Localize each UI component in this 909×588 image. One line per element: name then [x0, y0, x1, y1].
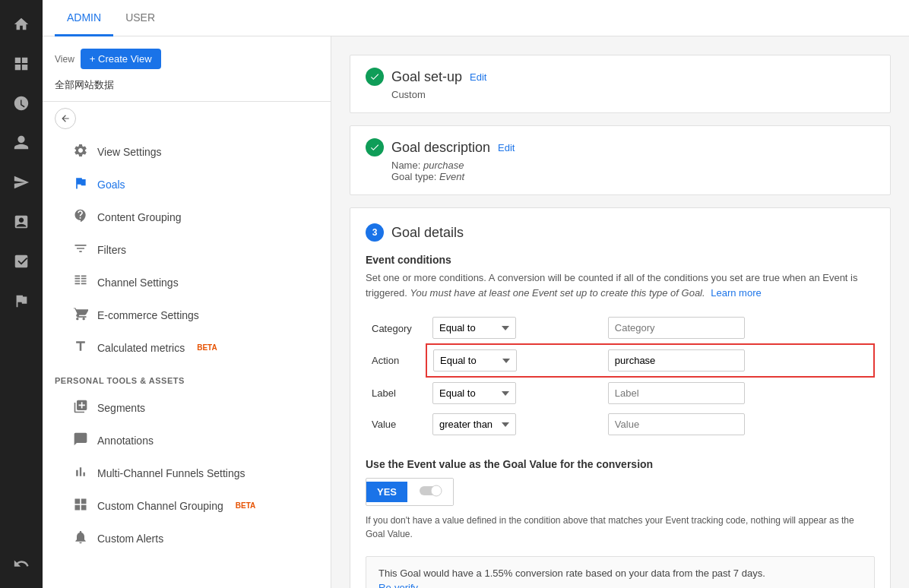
- name-label: Name:: [391, 160, 420, 171]
- nav-item-custom-alerts-label: Custom Alerts: [97, 533, 163, 545]
- nav-item-channel-settings[interactable]: Channel Settings: [43, 266, 331, 299]
- category-operator-cell: Equal to: [426, 312, 602, 344]
- action-operator-cell: Equal to: [426, 344, 602, 377]
- reports-icon[interactable]: [3, 85, 40, 122]
- tab-admin[interactable]: ADMIN: [55, 0, 113, 36]
- icon-sidebar: [0, 0, 43, 588]
- label-operator-cell: Equal to: [426, 377, 602, 409]
- goal-details-section: 3 Goal details Event conditions Set one …: [350, 207, 891, 588]
- nav-item-ecommerce-label: E-commerce Settings: [97, 309, 199, 321]
- goal-description-name: Name: purchase: [391, 160, 875, 171]
- label-operator-select[interactable]: Equal to: [432, 382, 516, 404]
- calculated-metrics-icon: [73, 339, 88, 356]
- ecommerce-icon: [73, 306, 88, 324]
- category-value-input[interactable]: [608, 317, 745, 339]
- flag-nav-icon[interactable]: [3, 283, 40, 319]
- nav-item-custom-alerts[interactable]: Custom Alerts: [43, 522, 331, 555]
- goal-description-check-icon: [366, 138, 384, 156]
- goal-details-number: 3: [366, 223, 384, 242]
- custom-alerts-icon: [73, 530, 88, 547]
- nav-item-filters[interactable]: Filters: [43, 233, 331, 266]
- nav-item-content-grouping[interactable]: Content Grouping: [43, 201, 331, 233]
- channel-settings-icon: [73, 273, 88, 291]
- tab-user[interactable]: USER: [113, 0, 167, 36]
- event-conditions-desc: Set one or more conditions. A conversion…: [366, 270, 875, 300]
- category-value-cell: [602, 312, 874, 344]
- goal-description-body: Name: purchase Goal type: Event: [366, 160, 875, 182]
- side-nav: View + Create View 全部网站数据 View Settings: [43, 36, 331, 588]
- action-value-cell: [602, 344, 874, 377]
- type-label: Goal type:: [391, 171, 436, 182]
- toggle-no[interactable]: [407, 479, 453, 505]
- nav-item-multi-channel-label: Multi-Channel Funnels Settings: [97, 467, 245, 479]
- nav-item-multi-channel[interactable]: Multi-Channel Funnels Settings: [43, 457, 331, 489]
- site-name: 全部网站数据: [43, 78, 331, 102]
- category-label: Category: [366, 312, 426, 344]
- event-value-section: Use the Event value as the Goal Value fo…: [366, 458, 875, 541]
- nav-item-segments[interactable]: Segments: [43, 391, 331, 424]
- nav-item-segments-label: Segments: [97, 402, 145, 414]
- multi-channel-icon: [73, 464, 88, 482]
- nav-item-filters-label: Filters: [97, 244, 126, 256]
- value-operator-cell: greater than: [426, 409, 602, 440]
- condition-row-action: Action Equal to: [366, 344, 874, 377]
- conditions-table: Category Equal to: [366, 312, 875, 440]
- goal-description-edit-link[interactable]: Edit: [498, 142, 515, 153]
- label-value-input[interactable]: [608, 382, 745, 404]
- value-label: Value: [366, 409, 426, 440]
- yes-no-toggle[interactable]: YES: [366, 478, 454, 506]
- goal-setup-header: Goal set-up Edit: [366, 68, 875, 86]
- nav-item-annotations-label: Annotations: [97, 435, 154, 447]
- toggle-yes[interactable]: YES: [366, 482, 407, 502]
- view-section: View + Create View: [43, 49, 331, 78]
- nav-item-annotations[interactable]: Annotations: [43, 424, 331, 457]
- main-wrapper: ADMIN USER View + Create View 全部网站数据 Vie…: [43, 0, 909, 588]
- nav-item-custom-channel-grouping-label: Custom Channel Grouping: [97, 500, 223, 512]
- create-view-button[interactable]: + Create View: [81, 49, 161, 69]
- value-operator-select[interactable]: greater than: [432, 413, 516, 435]
- action-operator-select[interactable]: Equal to: [433, 349, 517, 371]
- nav-item-calculated-metrics[interactable]: Calculated metrics BETA: [43, 331, 331, 364]
- event-conditions-title: Event conditions: [366, 254, 875, 266]
- event-value-desc: If you don't have a value defined in the…: [366, 514, 875, 541]
- undo-icon[interactable]: [3, 545, 40, 582]
- nav-item-view-settings[interactable]: View Settings: [43, 135, 331, 168]
- goals-flag-icon: [73, 175, 88, 193]
- view-label: View: [55, 54, 74, 65]
- nav-item-ecommerce-settings[interactable]: E-commerce Settings: [43, 299, 331, 331]
- settings-icon: [73, 143, 88, 160]
- category-operator-select[interactable]: Equal to: [432, 317, 516, 339]
- action-value-input[interactable]: [608, 349, 745, 371]
- behavior-icon[interactable]: [3, 204, 40, 240]
- event-value-title: Use the Event value as the Goal Value fo…: [366, 458, 875, 470]
- main-content: Goal set-up Edit Custom Goal description…: [331, 36, 909, 588]
- learn-more-link[interactable]: Learn more: [711, 287, 761, 299]
- goal-description-header: Goal description Edit: [366, 138, 875, 156]
- top-tabs: ADMIN USER: [43, 0, 909, 36]
- goal-description-section: Goal description Edit Name: purchase Goa…: [350, 125, 891, 195]
- goal-details-header: 3 Goal details: [366, 223, 875, 242]
- re-verify-link[interactable]: Re-verify: [378, 582, 862, 588]
- conversions-icon[interactable]: [3, 243, 40, 280]
- segments-icon: [73, 399, 88, 416]
- home-icon[interactable]: [3, 6, 40, 43]
- goal-details-title: Goal details: [391, 225, 464, 241]
- type-value: Event: [439, 171, 464, 182]
- event-conditions-italic: You must have at least one Event set up …: [410, 287, 705, 299]
- audience-icon[interactable]: [3, 125, 40, 161]
- dashboard-icon[interactable]: [3, 46, 40, 82]
- goal-setup-edit-link[interactable]: Edit: [470, 71, 486, 83]
- back-button[interactable]: [55, 108, 76, 129]
- nav-item-channel-settings-label: Channel Settings: [97, 277, 179, 289]
- goal-description-type: Goal type: Event: [391, 171, 875, 182]
- nav-item-custom-channel-grouping[interactable]: Custom Channel Grouping BETA: [43, 489, 331, 522]
- acquisition-icon[interactable]: [3, 164, 40, 201]
- value-value-input[interactable]: [608, 413, 745, 435]
- goal-description-title: Goal description: [391, 140, 490, 156]
- conversion-rate-box: This Goal would have a 1.55% conversion …: [366, 556, 875, 588]
- nav-item-goals[interactable]: Goals: [43, 168, 331, 201]
- nav-back-row: [43, 102, 331, 135]
- action-label: Action: [366, 344, 426, 377]
- nav-item-calculated-metrics-label: Calculated metrics: [97, 342, 185, 354]
- nav-item-goals-label: Goals: [97, 179, 125, 191]
